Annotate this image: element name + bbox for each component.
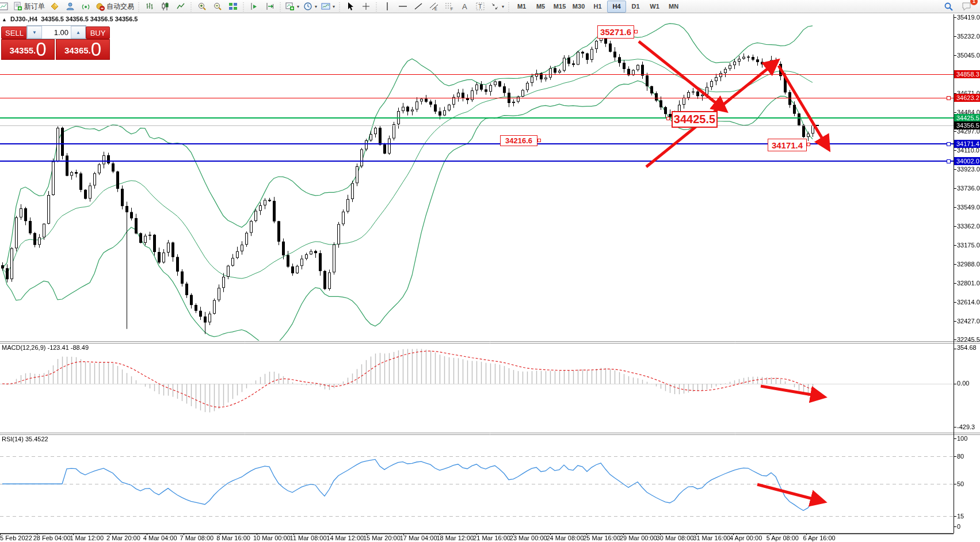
annotation-handle[interactable] [537,139,541,142]
price-annotation-35271.6[interactable]: 35271.6 [597,25,634,39]
sell-price-button[interactable]: 34355.0 [1,39,55,60]
buy-price-big-digit: 0 [91,41,101,58]
annotation-handle[interactable] [666,117,670,120]
volume-increase-button[interactable]: ▲ [71,26,86,39]
chart-header: ▲ DJ30-,H4 34356.5 34356.5 34356.5 34356… [2,16,138,22]
buy-price-button[interactable]: 34365.0 [56,39,110,60]
buy-price-main: 34365 [64,43,89,58]
symbol-period-label: DJ30-,H4 [10,16,37,22]
collapse-arrow-icon[interactable]: ▲ [2,17,7,22]
volume-value[interactable]: 1.00 [42,26,71,39]
annotation-handle[interactable] [634,30,638,33]
price-annotation-34171.4[interactable]: 34171.4 [768,139,807,151]
price-annotation-34425.5[interactable]: 34425.5 [672,111,718,128]
trend-arrows-layer [0,0,980,542]
annotation-handle[interactable] [807,143,810,146]
trend-arrow-5[interactable] [757,484,822,501]
one-click-trading-panel: SELL ▼ 1.00 ▲ BUY 34355.0 34365.0 [1,25,109,58]
metatrader-window: 新订单 自动交易 [0,0,980,542]
trend-arrow-4[interactable] [761,386,822,396]
ohlc-open: 34356.5 [41,16,64,22]
trend-arrow-3[interactable] [779,66,828,147]
trend-arrow-1[interactable] [639,41,724,109]
ohlc-low: 34356.5 [90,16,113,22]
ohlc-high: 34356.5 [66,16,89,22]
buy-button[interactable]: BUY [86,26,110,39]
sell-button[interactable]: SELL [1,26,28,39]
ohlc-close: 34356.5 [115,16,138,22]
volume-decrease-button[interactable]: ▼ [27,26,42,39]
sell-price-main: 34355 [9,43,33,58]
price-annotation-34216.6[interactable]: 34216.6 [500,135,537,146]
volume-stepper: ▼ 1.00 ▲ [26,25,86,39]
sell-price-big-digit: 0 [36,41,46,58]
